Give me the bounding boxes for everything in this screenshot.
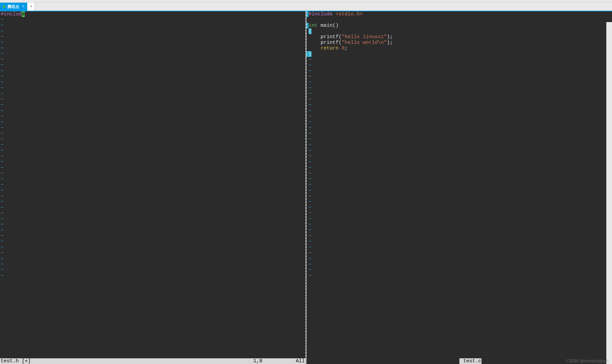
ident-token: main() [318,23,339,28]
new-tab-button[interactable]: + [27,3,35,11]
cursor: e [22,11,25,17]
status-position: 1,8 [253,358,262,364]
brace-open: { [309,28,312,34]
tab-label: 腾讯云 [7,4,19,10]
editor-area: #include ~ ~ ~ ~ ~ ~ ~ ~ ~ ~ ~ ~ ~ ~ ~ ~… [0,11,612,364]
return-token: return [321,46,342,51]
right-code[interactable]: #include <stdio.h> int main() { printf("… [307,11,612,279]
window-titlebar [0,0,612,3]
status-file: test.h [+] [0,358,31,364]
watermark: CSDN @zxctsclrjijcph [566,358,609,363]
brace-close: } [309,51,312,57]
left-code[interactable]: #include ~ ~ ~ ~ ~ ~ ~ ~ ~ ~ ~ ~ ~ ~ ~ ~… [0,11,305,279]
status-scroll: All [262,358,305,364]
right-pane[interactable]: #include <stdio.h> int main() { printf("… [307,11,612,364]
left-statusbar: test.h [+] 1,8 All [0,358,305,364]
left-pane[interactable]: #include ~ ~ ~ ~ ~ ~ ~ ~ ~ ~ ~ ~ ~ ~ ~ ~… [0,11,305,364]
right-statusbar: test.c [459,358,482,364]
include-file: <stdio.h> [336,11,363,17]
gutter-mark [307,23,309,28]
plus-icon: + [30,4,32,9]
string-token: "hello world\n" [342,40,387,46]
type-token: int [309,23,318,28]
gutter-mark [307,11,309,17]
tab-active[interactable]: 腾讯云 × [0,3,27,11]
number-token: 0 [342,46,345,51]
status-dot-icon [3,5,5,8]
string-token: "hello linuxzz" [342,34,387,40]
right-gutter [307,11,309,364]
status-file: test.c [463,358,482,364]
tab-bar: 腾讯云 × + [0,3,612,11]
gutter-mark [307,51,309,57]
scrollbar[interactable] [606,22,612,364]
preproc-token: #include [309,11,336,17]
close-icon[interactable]: × [21,4,25,9]
preproc-token: #includ [1,11,22,17]
